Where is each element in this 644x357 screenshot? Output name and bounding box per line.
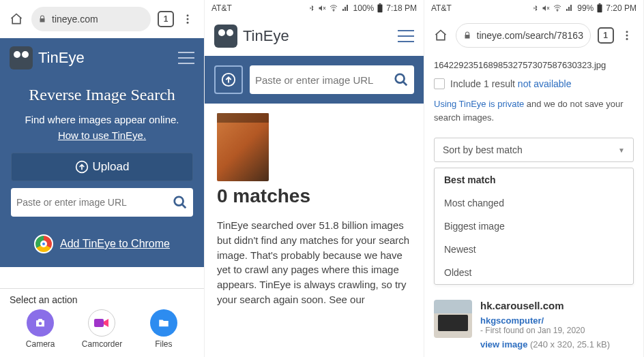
- svg-rect-8: [378, 4, 383, 12]
- mute-icon: [318, 4, 326, 12]
- upload-label: Upload: [93, 160, 130, 174]
- results-panel: 16422923516898532757307587630323.jpg Inc…: [424, 55, 643, 290]
- home-icon[interactable]: [430, 25, 452, 46]
- wifi-icon: [329, 4, 338, 12]
- search-icon[interactable]: [394, 72, 409, 87]
- clock-text: 7:18 PM: [386, 3, 417, 13]
- action-camcorder[interactable]: Camcorder: [74, 309, 129, 349]
- tab-count: 1: [603, 31, 608, 40]
- address-bar[interactable]: tineye.com: [31, 7, 151, 31]
- svg-point-16: [626, 35, 628, 37]
- tineye-mascot-icon: [214, 25, 237, 48]
- home-icon[interactable]: [5, 8, 27, 30]
- tineye-header: TinEye: [205, 16, 424, 56]
- brand-text: TinEye: [243, 27, 289, 45]
- sort-current-label: Sort by best match: [443, 144, 523, 155]
- files-icon: [150, 309, 177, 337]
- tab-count: 1: [164, 14, 169, 24]
- svg-point-2: [187, 22, 189, 24]
- more-menu-icon[interactable]: [177, 8, 199, 30]
- not-available-link[interactable]: not available: [518, 78, 572, 89]
- url-input[interactable]: [16, 197, 173, 208]
- url-input-row: [11, 188, 193, 217]
- tab-switcher[interactable]: 1: [155, 8, 177, 30]
- svg-point-15: [626, 31, 628, 33]
- battery-pct: 99%: [577, 3, 594, 13]
- sort-option-most-changed[interactable]: Most changed: [435, 191, 633, 215]
- svg-rect-14: [599, 3, 601, 4]
- upload-icon: [75, 160, 89, 174]
- svg-point-4: [175, 197, 184, 206]
- result-user-link[interactable]: hkgscomputer/: [480, 315, 634, 326]
- result-dimensions: (240 x 320, 25.1 kB): [527, 339, 610, 350]
- url-input-row: [250, 65, 414, 94]
- search-icon[interactable]: [173, 195, 188, 210]
- sort-dropdown: Best match Most changed Biggest image Ne…: [434, 168, 634, 285]
- carrier-text: AT&T: [211, 3, 232, 13]
- battery-pct: 100%: [353, 3, 375, 13]
- address-text: tineye.com: [52, 14, 98, 25]
- howto-link[interactable]: How to use TinEye.: [58, 129, 146, 141]
- svg-point-17: [626, 38, 628, 40]
- hamburger-icon[interactable]: [178, 52, 194, 64]
- include-unavailable-row[interactable]: Include 1 result not available: [434, 78, 634, 89]
- hero-subtitle: Find where images appear online.: [11, 114, 193, 125]
- sort-select[interactable]: Sort by best match ▼: [434, 138, 634, 162]
- chrome-icon: [34, 234, 53, 253]
- sort-option-best-match[interactable]: Best match: [435, 168, 633, 191]
- view-image-link[interactable]: view image: [480, 339, 527, 350]
- tineye-logo[interactable]: TinEye: [214, 25, 289, 48]
- uploaded-filename: 16422923516898532757307587630323.jpg: [434, 60, 634, 70]
- signal-icon: [341, 4, 351, 12]
- more-menu-icon[interactable]: [616, 25, 638, 46]
- action-files[interactable]: Files: [136, 309, 191, 349]
- matches-heading: 0 matches: [217, 185, 411, 207]
- hero-title: Reverse Image Search: [11, 86, 193, 104]
- svg-point-0: [187, 14, 189, 16]
- wifi-icon: [553, 4, 562, 12]
- tab-switcher[interactable]: 1: [595, 25, 617, 46]
- result-item: hk.carousell.com hkgscomputer/ - First f…: [424, 290, 643, 350]
- action-camera[interactable]: Camera: [13, 309, 68, 349]
- sort-option-oldest[interactable]: Oldest: [435, 261, 633, 284]
- tineye-logo[interactable]: TinEye: [10, 46, 85, 69]
- result-thumbnail[interactable]: [434, 300, 472, 338]
- sort-option-biggest-image[interactable]: Biggest image: [435, 215, 633, 238]
- address-text: tineye.com/search/78163: [477, 30, 583, 41]
- svg-rect-9: [379, 3, 381, 4]
- tineye-mascot-icon: [10, 46, 33, 69]
- battery-icon: [377, 3, 383, 13]
- query-image-thumbnail[interactable]: [217, 113, 269, 181]
- include-text: Include 1 result: [450, 78, 518, 89]
- result-domain[interactable]: hk.carousell.com: [480, 300, 634, 311]
- result-view-row: view image (240 x 320, 25.1 kB): [480, 339, 634, 350]
- lock-icon: [463, 31, 471, 40]
- status-bar: AT&T 100% 7:18 PM: [205, 0, 424, 16]
- chevron-down-icon: ▼: [618, 146, 625, 154]
- svg-rect-6: [94, 319, 104, 327]
- battery-icon: [596, 3, 603, 13]
- address-bar[interactable]: tineye.com/search/78163: [456, 23, 591, 48]
- svg-point-11: [396, 74, 405, 83]
- upload-icon: [221, 72, 236, 87]
- chrome-extension-promo[interactable]: Add TinEye to Chrome: [11, 234, 193, 253]
- results-body: 0 matches TinEye searched over 51.8 bill…: [205, 104, 424, 317]
- no-results-text: TinEye searched over 51.8 billion images…: [217, 218, 411, 307]
- chrome-promo-text: Add TinEye to Chrome: [60, 238, 170, 250]
- url-input[interactable]: [255, 74, 394, 86]
- mute-icon: [542, 4, 550, 12]
- search-bar-section: [205, 56, 424, 104]
- sort-option-newest[interactable]: Newest: [435, 238, 633, 261]
- upload-button[interactable]: [214, 65, 243, 94]
- checkbox-icon[interactable]: [434, 78, 445, 89]
- chrome-toolbar: tineye.com/search/78163 1: [424, 16, 643, 55]
- svg-point-12: [557, 10, 559, 12]
- hamburger-icon[interactable]: [398, 30, 414, 42]
- carrier-text: AT&T: [431, 3, 452, 13]
- upload-button[interactable]: Upload: [11, 153, 193, 181]
- bluetooth-icon: [532, 4, 539, 12]
- privacy-link[interactable]: Using TinEye is private: [434, 99, 524, 109]
- clock-text: 7:20 PM: [606, 3, 636, 13]
- action-camcorder-label: Camcorder: [82, 339, 122, 349]
- svg-rect-13: [598, 4, 602, 12]
